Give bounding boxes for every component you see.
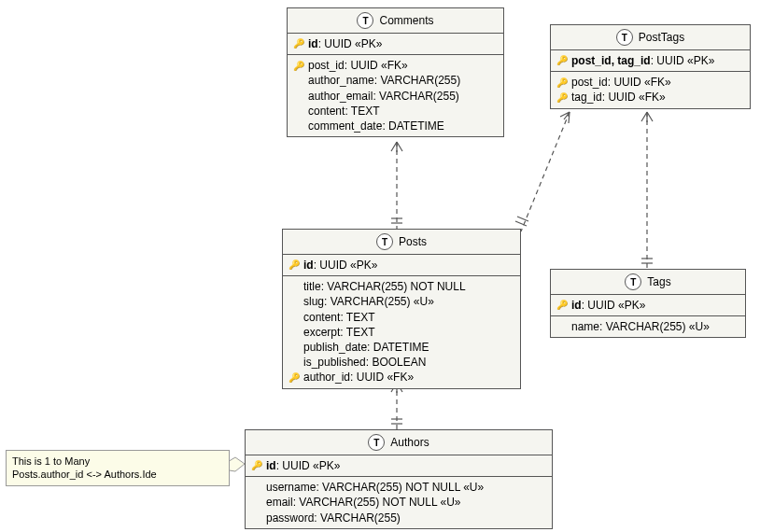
columns-section: username: VARCHAR(255) NOT NULL «U» emai…: [246, 477, 552, 528]
columns-section: 🔑post_id: UUID «FK» 🔑tag_id: UUID «FK»: [551, 72, 750, 107]
relationship-note: This is 1 to Many Posts.author_id <-> Au…: [6, 450, 230, 486]
column-row: 🔑post_id: UUID «FK»: [293, 58, 496, 73]
column-row: author_name: VARCHAR(255): [293, 73, 496, 88]
column-row: 🔑 id: UUID «PK»: [289, 258, 513, 273]
entity-header: T Tags: [551, 270, 745, 295]
entity-authors: T Authors 🔑 id: UUID «PK» username: VARC…: [245, 429, 553, 529]
pk-key-icon: 🔑: [556, 299, 568, 312]
column-row: 🔑 post_id, tag_id: UUID «PK»: [556, 53, 742, 68]
column-row: 🔑 id: UUID «PK»: [251, 458, 544, 473]
entity-title: Comments: [379, 14, 433, 27]
entity-header: T Comments: [288, 8, 503, 34]
column-row: password: VARCHAR(255): [251, 511, 544, 525]
pk-section: 🔑 id: UUID «PK»: [288, 34, 503, 55]
column-row: 🔑post_id: UUID «FK»: [556, 75, 742, 90]
column-row: 🔑 id: UUID «PK»: [556, 298, 738, 313]
column-row: 🔑author_id: UUID «FK»: [289, 370, 513, 385]
pk-section: 🔑 id: UUID «PK»: [246, 455, 552, 477]
table-type-icon: T: [625, 273, 641, 290]
column-row: title: VARCHAR(255) NOT NULL: [289, 279, 513, 294]
fk-key-icon: 🔑: [556, 77, 568, 90]
entity-title: PostTags: [639, 31, 684, 44]
note-line: This is 1 to Many: [12, 455, 90, 467]
column-row: content: TEXT: [293, 104, 496, 119]
columns-section: 🔑post_id: UUID «FK» author_name: VARCHAR…: [288, 55, 503, 136]
note-line: Posts.author_id <-> Authors.Ide: [12, 469, 157, 480]
fk-key-icon: 🔑: [289, 371, 300, 385]
table-type-icon: T: [368, 434, 385, 451]
pk-section: 🔑 id: UUID «PK»: [551, 295, 745, 316]
entity-title: Authors: [390, 436, 429, 449]
column-row: comment_date: DATETIME: [293, 119, 496, 133]
column-row: username: VARCHAR(255) NOT NULL «U»: [251, 480, 544, 495]
column-row: content: TEXT: [289, 310, 513, 325]
table-type-icon: T: [357, 12, 373, 29]
column-row: publish_date: DATETIME: [289, 340, 513, 355]
entity-posts: T Posts 🔑 id: UUID «PK» title: VARCHAR(2…: [282, 229, 521, 389]
column-row: 🔑 id: UUID «PK»: [293, 36, 496, 51]
column-row: name: VARCHAR(255) «U»: [556, 319, 738, 334]
fk-key-icon: 🔑: [556, 91, 568, 105]
pk-section: 🔑 post_id, tag_id: UUID «PK»: [551, 50, 750, 72]
columns-section: name: VARCHAR(255) «U»: [551, 316, 745, 337]
table-type-icon: T: [616, 29, 633, 46]
svg-line-5: [517, 217, 528, 221]
entity-title: Posts: [399, 235, 427, 248]
entity-comments: T Comments 🔑 id: UUID «PK» 🔑post_id: UUI…: [287, 7, 504, 137]
column-row: excerpt: TEXT: [289, 325, 513, 340]
fk-key-icon: 🔑: [293, 60, 304, 73]
table-type-icon: T: [376, 233, 393, 250]
column-row: email: VARCHAR(255) NOT NULL «U»: [251, 495, 544, 510]
entity-tags: T Tags 🔑 id: UUID «PK» name: VARCHAR(255…: [550, 269, 746, 338]
entity-title: Tags: [647, 275, 670, 288]
pk-key-icon: 🔑: [293, 37, 304, 50]
columns-section: title: VARCHAR(255) NOT NULL slug: VARCH…: [283, 276, 520, 387]
svg-line-4: [515, 221, 527, 226]
pk-section: 🔑 id: UUID «PK»: [283, 255, 520, 276]
column-row: author_email: VARCHAR(255): [293, 89, 496, 104]
column-row: slug: VARCHAR(255) «U»: [289, 294, 513, 309]
entity-posttags: T PostTags 🔑 post_id, tag_id: UUID «PK» …: [550, 24, 751, 109]
pk-key-icon: 🔑: [556, 54, 568, 67]
svg-line-3: [521, 112, 570, 231]
column-row: 🔑tag_id: UUID «FK»: [556, 90, 742, 105]
entity-header: T Posts: [283, 230, 520, 255]
entity-header: T PostTags: [551, 25, 750, 50]
column-row: is_published: BOOLEAN: [289, 355, 513, 370]
pk-key-icon: 🔑: [251, 459, 262, 472]
pk-key-icon: 🔑: [289, 259, 300, 272]
entity-header: T Authors: [246, 430, 552, 455]
